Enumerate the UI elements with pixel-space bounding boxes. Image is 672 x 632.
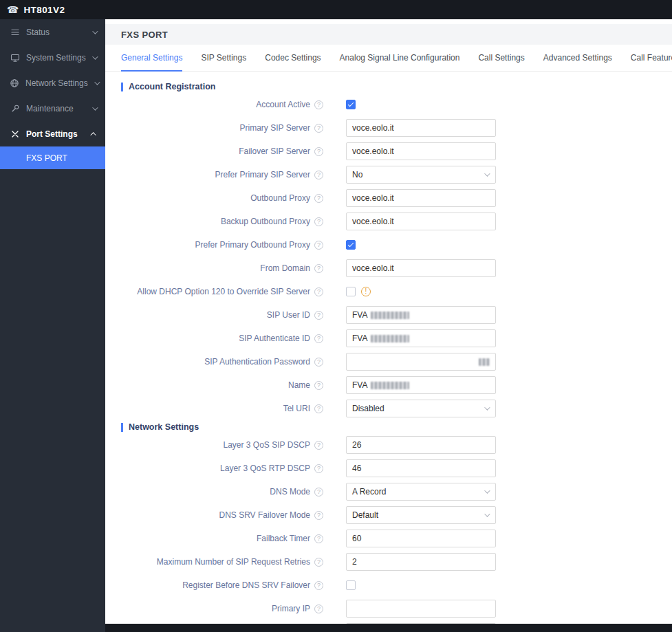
failback-timer-input[interactable]	[346, 530, 496, 547]
sip-authenticate-id-input[interactable]: FVA	[346, 329, 496, 347]
form-row-layer3-qos-sip-dscp: Layer 3 QoS SIP DSCP	[105, 433, 672, 457]
help-icon[interactable]	[314, 334, 323, 343]
sidebar-item-maintenance[interactable]: Maintenance	[0, 96, 105, 121]
help-icon[interactable]	[314, 488, 323, 497]
field-label: Account Active	[256, 100, 310, 109]
name-input[interactable]: FVA	[346, 376, 496, 394]
field-value: FVA	[352, 380, 367, 390]
tab-general-settings[interactable]: General Settings	[121, 45, 182, 72]
sidebar: Status System Settings Network Settings …	[0, 19, 105, 632]
backup-outbound-proxy-input[interactable]	[346, 213, 496, 230]
field-label: Outbound Proxy	[250, 193, 310, 203]
sip-user-id-input[interactable]: FVA	[346, 306, 496, 324]
help-icon[interactable]	[314, 404, 323, 413]
form-row-failback-timer: Failback Timer	[105, 527, 672, 550]
prefer-primary-sip-server-select[interactable]: No	[346, 166, 496, 184]
register-before-dns-srv-failover-checkbox[interactable]	[346, 580, 356, 590]
select-value: Disabled	[352, 404, 384, 413]
chevron-down-icon	[92, 28, 98, 34]
help-icon[interactable]	[314, 604, 323, 613]
field-label: From Domain	[260, 263, 310, 273]
field-value: FVA	[352, 334, 367, 343]
help-icon[interactable]	[314, 124, 323, 133]
help-icon[interactable]	[314, 511, 323, 520]
sidebar-item-network-settings[interactable]: Network Settings	[0, 70, 105, 96]
primary-sip-server-input[interactable]	[346, 119, 496, 137]
help-icon[interactable]	[314, 100, 323, 109]
sidebar-item-label: Status	[26, 28, 86, 37]
prefer-primary-outbound-proxy-checkbox[interactable]	[346, 240, 356, 250]
network-settings-icon	[10, 78, 19, 88]
page-title: FXS PORT	[121, 30, 168, 40]
help-icon[interactable]	[314, 147, 323, 156]
help-icon[interactable]	[314, 171, 323, 179]
help-icon[interactable]	[314, 264, 323, 273]
help-icon[interactable]	[314, 194, 323, 203]
tab-call-features-settings[interactable]: Call Features Settings	[631, 45, 672, 72]
form-row-prefer-primary-outbound-proxy: Prefer Primary Outbound Proxy	[105, 233, 672, 257]
tab-call-settings[interactable]: Call Settings	[478, 45, 524, 72]
form-row-tel-uri: Tel URI Disabled	[105, 397, 672, 420]
chevron-down-icon	[92, 54, 98, 59]
form-row-failover-sip-server: Failover SIP Server	[105, 140, 672, 163]
help-icon[interactable]	[314, 358, 323, 367]
tab-analog-signal-line-configuration[interactable]: Analog Signal Line Configuration	[340, 45, 460, 72]
from-domain-input[interactable]	[346, 259, 496, 277]
field-label: Name	[288, 380, 310, 390]
help-icon[interactable]	[314, 581, 323, 590]
sidebar-item-label: System Settings	[26, 53, 86, 63]
device-title: HT801V2	[23, 5, 65, 15]
main-content: FXS PORT General Settings SIP Settings C…	[105, 19, 672, 632]
primary-ip-input[interactable]	[346, 600, 496, 618]
layer3-qos-sip-dscp-input[interactable]	[346, 436, 496, 454]
field-label: Primary IP	[272, 604, 310, 613]
sidebar-item-port-settings[interactable]: Port Settings	[0, 121, 105, 146]
chevron-down-icon	[484, 511, 490, 516]
form-row-prefer-primary-sip-server: Prefer Primary SIP Server No	[105, 163, 672, 186]
account-active-checkbox[interactable]	[346, 100, 356, 109]
tab-codec-settings[interactable]: Codec Settings	[265, 45, 321, 72]
sidebar-item-fxs-port[interactable]: FXS PORT	[0, 146, 105, 169]
help-icon[interactable]	[314, 217, 323, 226]
field-label: Tel URI	[283, 404, 310, 413]
help-icon[interactable]	[314, 441, 323, 450]
sidebar-item-label: Maintenance	[26, 104, 86, 113]
checkmark-icon	[348, 241, 354, 247]
sidebar-item-status[interactable]: Status	[0, 19, 105, 45]
page-header: FXS PORT	[105, 24, 672, 45]
form-row-outbound-proxy: Outbound Proxy	[105, 186, 672, 210]
sip-authentication-password-input[interactable]	[346, 353, 496, 371]
layer3-qos-rtp-dscp-input[interactable]	[346, 459, 496, 477]
field-label: Backup Outbound Proxy	[221, 217, 310, 226]
redacted-text	[371, 382, 409, 389]
help-icon[interactable]	[314, 464, 323, 473]
form-row-primary-ip: Primary IP	[105, 597, 672, 620]
tel-uri-select[interactable]: Disabled	[346, 400, 496, 417]
dns-mode-select[interactable]: A Record	[346, 483, 496, 501]
field-label: Failback Timer	[257, 534, 310, 543]
help-icon[interactable]	[314, 381, 323, 390]
field-label: DNS SRV Failover Mode	[219, 510, 311, 520]
help-icon[interactable]	[314, 287, 323, 296]
sidebar-item-system-settings[interactable]: System Settings	[0, 45, 105, 70]
redacted-text	[479, 358, 490, 366]
help-icon[interactable]	[314, 558, 323, 567]
help-icon[interactable]	[314, 241, 323, 250]
tab-advanced-settings[interactable]: Advanced Settings	[543, 45, 612, 72]
help-icon[interactable]	[314, 311, 323, 320]
field-label: SIP Authentication Password	[204, 357, 310, 367]
failover-sip-server-input[interactable]	[346, 142, 496, 160]
form-row-sip-authenticate-id: SIP Authenticate ID FVA	[105, 327, 672, 350]
field-label: Register Before DNS SRV Failover	[182, 580, 310, 590]
allow-dhcp-option-120-checkbox[interactable]	[346, 287, 356, 296]
system-settings-icon	[10, 53, 20, 63]
form-row-dns-mode: DNS Mode A Record	[105, 480, 672, 503]
max-sip-request-retries-input[interactable]	[346, 553, 496, 571]
tab-sip-settings[interactable]: SIP Settings	[201, 45, 246, 72]
select-value: No	[352, 170, 362, 179]
sidebar-item-label: Port Settings	[26, 129, 86, 139]
outbound-proxy-input[interactable]	[346, 189, 496, 207]
dns-srv-failover-mode-select[interactable]: Default	[346, 506, 496, 524]
footer-bar	[105, 624, 672, 632]
help-icon[interactable]	[314, 534, 323, 543]
